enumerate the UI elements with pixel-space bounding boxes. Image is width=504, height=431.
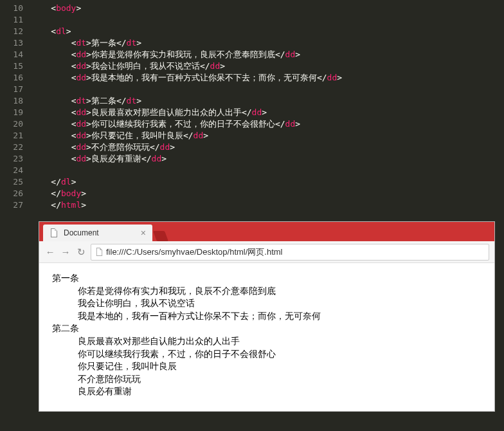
code-text: <dd>不介意陪你玩玩</dd> (31, 142, 504, 153)
list-item: 良辰最喜欢对那些自认能力出众的人出手 (78, 335, 487, 348)
code-text: <dd>我是本地的，我有一百种方式让你呆不下去；而你，无可奈何</dd> (31, 72, 504, 84)
code-text (31, 165, 504, 176)
line-number: 21 (0, 130, 31, 142)
code-text: <body> (31, 3, 504, 14)
code-line[interactable]: 25 </dl> (0, 176, 504, 188)
code-line[interactable]: 18 <dt>第二条</dt> (0, 95, 504, 107)
reload-button[interactable]: ↻ (75, 246, 87, 258)
line-number: 16 (0, 72, 31, 84)
file-icon (95, 248, 104, 256)
line-number: 25 (0, 176, 31, 188)
code-text (31, 84, 504, 95)
code-text: </body> (31, 188, 504, 199)
code-line[interactable]: 10 <body> (0, 3, 504, 14)
line-number: 22 (0, 142, 31, 153)
address-bar[interactable]: file:///C:/Users/smyhvae/Desktop/html/网页… (91, 244, 489, 261)
browser-tabbar: Document × (39, 222, 494, 241)
code-line[interactable]: 15 <dd>我会让你明白，我从不说空话</dd> (0, 60, 504, 72)
code-line[interactable]: 13 <dt>第一条</dt> (0, 37, 504, 49)
code-text: <dd>我会让你明白，我从不说空话</dd> (31, 60, 504, 72)
code-text: <dd>你若是觉得你有实力和我玩，良辰不介意奉陪到底</dd> (31, 49, 504, 60)
list-item: 不介意陪你玩玩 (78, 373, 487, 386)
list-item: 你若是觉得你有实力和我玩，良辰不介意奉陪到底 (78, 285, 487, 298)
code-text: <dd>你可以继续我行我素，不过，你的日子不会很舒心</dd> (31, 118, 504, 130)
code-text: <dt>第二条</dt> (31, 95, 504, 107)
line-number: 14 (0, 49, 31, 60)
code-line[interactable]: 24 (0, 165, 504, 176)
line-number: 12 (0, 26, 31, 37)
code-text: </html> (31, 199, 504, 211)
list-item: 我是本地的，我有一百种方式让你呆不下去；而你，无可奈何 (78, 310, 487, 323)
code-text (31, 14, 504, 26)
url-text: file:///C:/Users/smyhvae/Desktop/html/网页… (106, 246, 283, 258)
code-line[interactable]: 12 <dl> (0, 26, 504, 37)
list-item: 良辰必有重谢 (78, 385, 487, 398)
browser-toolbar: ← → ↻ file:///C:/Users/smyhvae/Desktop/h… (39, 241, 494, 263)
line-number: 23 (0, 153, 31, 165)
list-item: 我会让你明白，我从不说空话 (78, 297, 487, 310)
line-number: 17 (0, 84, 31, 95)
code-line[interactable]: 19 <dd>良辰最喜欢对那些自认能力出众的人出手</dd> (0, 107, 504, 118)
code-line[interactable]: 27 </html> (0, 199, 504, 211)
new-tab-button[interactable] (153, 231, 168, 241)
code-text: </dl> (31, 176, 504, 188)
line-number: 26 (0, 188, 31, 199)
list-item: 你可以继续我行我素，不过，你的日子不会很舒心 (78, 348, 487, 361)
code-line[interactable]: 20 <dd>你可以继续我行我素，不过，你的日子不会很舒心</dd> (0, 118, 504, 130)
page-content: 第一条你若是觉得你有实力和我玩，良辰不介意奉陪到底我会让你明白，我从不说空话我是… (39, 263, 494, 411)
code-line[interactable]: 17 (0, 84, 504, 95)
code-editor[interactable]: 10 <body>1112 <dl>13 <dt>第一条</dt>14 <dd>… (0, 0, 504, 214)
line-number: 10 (0, 3, 31, 14)
code-text: <dd>良辰最喜欢对那些自认能力出众的人出手</dd> (31, 107, 504, 118)
line-number: 13 (0, 37, 31, 49)
code-line[interactable]: 11 (0, 14, 504, 26)
browser-window: Document × ← → ↻ file:///C:/Users/smyhva… (39, 221, 495, 412)
code-line[interactable]: 22 <dd>不介意陪你玩玩</dd> (0, 142, 504, 153)
line-number: 19 (0, 107, 31, 118)
line-number: 11 (0, 14, 31, 26)
code-text: <dd>良辰必有重谢</dd> (31, 153, 504, 165)
browser-tab[interactable]: Document × (43, 225, 152, 241)
code-line[interactable]: 16 <dd>我是本地的，我有一百种方式让你呆不下去；而你，无可奈何</dd> (0, 72, 504, 84)
document-icon (50, 228, 59, 237)
code-line[interactable]: 14 <dd>你若是觉得你有实力和我玩，良辰不介意奉陪到底</dd> (0, 49, 504, 60)
code-line[interactable]: 26 </body> (0, 188, 504, 199)
list-term: 第二条 (52, 322, 487, 335)
code-line[interactable]: 23 <dd>良辰必有重谢</dd> (0, 153, 504, 165)
code-text: <dt>第一条</dt> (31, 37, 504, 49)
code-text: <dd>你只要记住，我叫叶良辰</dd> (31, 130, 504, 142)
forward-button[interactable]: → (60, 246, 71, 258)
line-number: 27 (0, 199, 31, 211)
line-number: 18 (0, 95, 31, 107)
line-number: 24 (0, 165, 31, 176)
back-button[interactable]: ← (44, 246, 56, 258)
line-number: 15 (0, 60, 31, 72)
code-text: <dl> (31, 26, 504, 37)
tab-title: Document (64, 228, 99, 237)
line-number: 20 (0, 118, 31, 130)
code-line[interactable]: 21 <dd>你只要记住，我叫叶良辰</dd> (0, 130, 504, 142)
list-item: 你只要记住，我叫叶良辰 (78, 360, 487, 373)
list-term: 第一条 (52, 272, 487, 285)
close-icon[interactable]: × (141, 228, 146, 238)
